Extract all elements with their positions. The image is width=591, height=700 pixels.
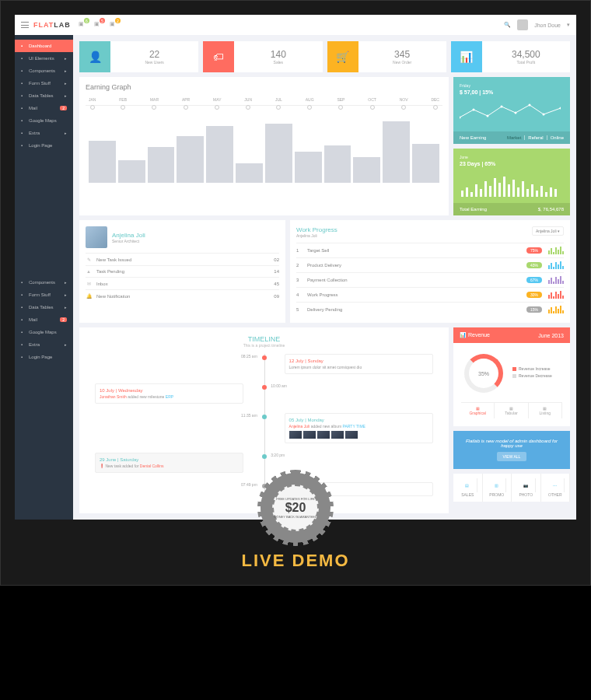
svg-rect-27 (550, 187, 552, 197)
tab[interactable]: ▦Graphical (461, 403, 495, 418)
svg-rect-22 (526, 189, 529, 197)
svg-point-6 (543, 114, 545, 116)
sidebar-item[interactable]: ▪Form Stuff▸ (15, 289, 73, 301)
stat-card[interactable]: 📊34,500Total Profit (451, 41, 570, 72)
work-row[interactable]: 4Work Progress30% (296, 287, 564, 302)
sidebar-item[interactable]: ▪Components▸ (15, 65, 73, 77)
svg-point-2 (487, 115, 489, 117)
bar (89, 141, 116, 183)
sidebar-item[interactable]: ▪Extra▸ (15, 127, 73, 139)
svg-rect-24 (536, 191, 538, 197)
timeline-card[interactable]: 05 July | MondayAnjelina Joli added new … (285, 413, 433, 443)
bottom-action[interactable]: ▤SALES (453, 474, 483, 502)
svg-point-7 (560, 107, 561, 110)
svg-rect-8 (461, 191, 463, 197)
bar (148, 147, 175, 183)
svg-point-1 (473, 109, 475, 111)
svg-rect-21 (522, 181, 524, 197)
total-earning-card[interactable]: June 23 Days | 65% Total Earning$, 76,54… (453, 149, 570, 215)
work-row[interactable]: 2Product Delivery43% (296, 257, 564, 272)
new-earning-card[interactable]: Friday $ 57,00 | 15% New EarningMarketRe… (453, 77, 570, 144)
timeline-card[interactable]: 12 July | SundayLorem ipsum dolor sit am… (285, 354, 433, 374)
svg-rect-10 (470, 192, 473, 197)
bar (383, 121, 410, 183)
sidebar-item[interactable]: ▪Login Page (15, 351, 73, 363)
tab[interactable]: ▦Tabular (495, 403, 528, 418)
chevron-down-icon[interactable]: ▾ (567, 22, 570, 28)
stat-card[interactable]: 👤22New Users (79, 41, 198, 72)
menu-toggle-icon[interactable] (21, 22, 29, 28)
timeline-card[interactable]: 10 July | WednesdayJonathan Smith added … (95, 383, 243, 404)
stat-card[interactable]: 🛒345New Order (327, 41, 446, 72)
bar (265, 124, 292, 183)
sidebar-item[interactable]: ▪UI Elements▸ (15, 52, 73, 65)
bar (177, 136, 204, 183)
user-name[interactable]: Jhon Doue (534, 23, 561, 28)
bar (324, 145, 351, 183)
profile-row[interactable]: ✎New Task Issued02 (86, 253, 279, 265)
svg-rect-28 (554, 189, 557, 197)
sidebar-item[interactable]: ▪Form Stuff▸ (15, 77, 73, 89)
brand-logo[interactable]: FLATLAB (33, 21, 71, 29)
sidebar-item[interactable]: ▪Google Maps (15, 326, 73, 338)
svg-point-3 (501, 106, 503, 108)
profile-row[interactable]: ▲Task Pending14 (86, 265, 279, 277)
view-all-button[interactable]: VIEW ALL (497, 452, 527, 461)
notification-icon[interactable]: ▣6 (79, 21, 86, 29)
work-row[interactable]: 3Payment Collection67% (296, 272, 564, 287)
work-row[interactable]: 5Delivery Pending15% (296, 302, 564, 317)
bottom-action[interactable]: 📷PHOTO (512, 474, 541, 502)
timeline-card[interactable]: 29 June | Saturday❗ New task added for D… (95, 453, 243, 473)
live-demo-label: LIVE DEMO (15, 551, 576, 571)
bar (353, 157, 380, 183)
donut-chart: 35% (464, 354, 503, 393)
notification-icon[interactable]: ▣2 (110, 21, 117, 29)
work-row[interactable]: 1Target Sell75% (296, 243, 564, 257)
profile-row[interactable]: 🔔New Notification09 (86, 289, 279, 302)
work-progress-panel: Work ProgressAnjelina Joli Anjelina Joli… (290, 220, 570, 323)
bar (206, 126, 233, 183)
svg-rect-9 (466, 187, 468, 197)
bottom-action[interactable]: ⋯OTHER (541, 474, 571, 502)
chart-icon: 📊 (460, 332, 467, 338)
user-select[interactable]: Anjelina Joli ▾ (532, 226, 564, 236)
sidebar-item[interactable]: ▪Dashboard (15, 40, 73, 52)
sidebar-item[interactable]: ▪Mail2 (15, 313, 73, 326)
tab[interactable]: ▦Listing (529, 403, 562, 418)
svg-rect-17 (503, 177, 505, 197)
search-icon[interactable]: 🔍 (504, 22, 511, 28)
svg-rect-20 (517, 187, 519, 197)
sparkbars (460, 173, 561, 197)
sidebar-item[interactable]: ▪Login Page (15, 139, 73, 152)
svg-rect-15 (494, 178, 496, 197)
sidebar-item[interactable]: ▪Data Tables▸ (15, 89, 73, 102)
profile-avatar[interactable] (86, 226, 107, 248)
svg-rect-19 (512, 180, 515, 197)
promo-card: Flatlab is new model of admin dashboard … (453, 431, 570, 469)
profile-row[interactable]: ✉Inbox45 (86, 277, 279, 289)
sidebar: ▪Dashboard▪UI Elements▸▪Components▸▪Form… (15, 35, 73, 520)
bar (236, 163, 263, 183)
svg-rect-11 (475, 184, 477, 197)
svg-rect-23 (531, 184, 533, 197)
stat-card[interactable]: 🏷140Sales (203, 41, 322, 72)
svg-rect-12 (480, 189, 482, 197)
avatar[interactable] (517, 19, 528, 30)
svg-rect-13 (484, 181, 487, 197)
svg-rect-26 (545, 192, 547, 197)
sidebar-item[interactable]: ▪Data Tables▸ (15, 301, 73, 313)
sidebar-item[interactable]: ▪Mail2 (15, 102, 73, 114)
sidebar-item[interactable]: ▪Extra▸ (15, 338, 73, 351)
earning-graph-panel: Earning Graph JANFEBMARAPRMAYJUNJULAUGSE… (79, 77, 449, 215)
sidebar-item[interactable]: ▪Google Maps (15, 114, 73, 127)
notification-icon[interactable]: ▣5 (94, 21, 102, 29)
topbar: FLATLAB ▣6▣5▣2 🔍 Jhon Doue ▾ (15, 15, 576, 35)
svg-rect-16 (498, 183, 501, 197)
svg-rect-18 (508, 184, 510, 197)
bar (412, 144, 439, 183)
svg-point-4 (515, 112, 517, 114)
bottom-action[interactable]: ▥PROMO (483, 474, 512, 502)
revenue-panel: 📊 RevenueJune 2013 35% Revenue IncreaseR… (453, 327, 570, 426)
sparkline (460, 102, 561, 125)
sidebar-item[interactable]: ▪Components▸ (15, 276, 73, 289)
